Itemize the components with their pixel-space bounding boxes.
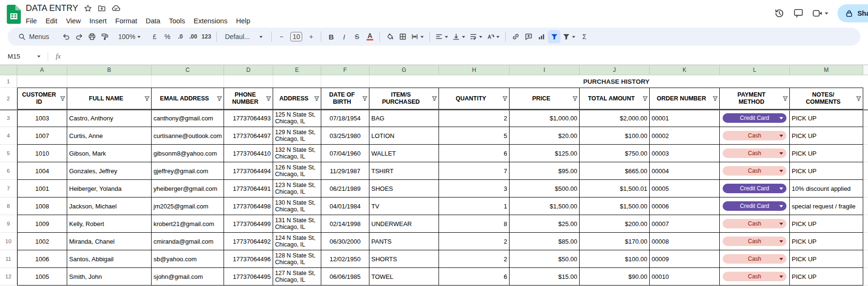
font-size-decrease-button[interactable]: −: [275, 30, 288, 43]
menu-insert[interactable]: Insert: [85, 15, 111, 27]
select-all-corner[interactable]: [0, 65, 17, 75]
menu-edit[interactable]: Edit: [41, 15, 61, 27]
filter-funnel-icon[interactable]: [216, 96, 223, 102]
payment-method-dropdown[interactable]: Cash: [723, 272, 786, 281]
insert-comment-button[interactable]: [522, 30, 535, 43]
column-header-D[interactable]: D: [224, 65, 273, 75]
row-header-10[interactable]: 10: [0, 233, 17, 250]
font-family-button[interactable]: Defaul...: [222, 30, 266, 43]
filter-funnel-icon[interactable]: [362, 96, 368, 102]
cell-L4[interactable]: Cash: [720, 127, 790, 145]
column-header-A[interactable]: A: [17, 65, 67, 75]
cell-D8[interactable]: 17737064498: [224, 197, 273, 215]
cell-D4[interactable]: 17737064497: [224, 127, 273, 145]
cell-L7[interactable]: Credit Card: [720, 180, 790, 197]
cell-K11[interactable]: 00009: [650, 250, 720, 268]
header-payment-method[interactable]: PAYMENT METHOD: [720, 88, 790, 109]
cell-H5[interactable]: 6: [439, 145, 510, 162]
cell-D11[interactable]: 17737064496: [224, 250, 273, 268]
cell-C9[interactable]: krobert21@gmail.com: [152, 215, 224, 233]
cell-J4[interactable]: $100.00: [580, 127, 650, 145]
payment-method-dropdown[interactable]: Credit Card: [723, 113, 786, 123]
cell-A11[interactable]: 1006: [17, 250, 67, 268]
version-history-icon[interactable]: [774, 8, 785, 19]
cell-J11[interactable]: $100.00: [580, 250, 650, 268]
cell-F11[interactable]: 12/02/1950: [321, 250, 369, 268]
payment-method-dropdown[interactable]: Credit Card: [723, 184, 786, 193]
filter-funnel-icon[interactable]: [502, 96, 508, 102]
share-button[interactable]: Share: [837, 4, 868, 22]
cell-L6[interactable]: Cash: [720, 162, 790, 180]
cell-M11[interactable]: PICK UP: [790, 250, 863, 268]
cell-J12[interactable]: $90.00: [580, 268, 650, 286]
cell-J6[interactable]: $665.00: [580, 162, 650, 180]
header-notes-comments[interactable]: NOTES/ COMMENTS: [790, 88, 863, 109]
cell-L5[interactable]: Cash: [720, 145, 790, 162]
cell-E9[interactable]: 131 N State St,Chicago, IL: [273, 215, 321, 233]
cell-C6[interactable]: gjeffrey@gmail.com: [152, 162, 224, 180]
column-header-I[interactable]: I: [510, 65, 580, 75]
cell-G8[interactable]: TV: [369, 197, 439, 215]
row-header-1[interactable]: 1: [0, 75, 17, 88]
filter-funnel-icon[interactable]: [572, 96, 578, 102]
column-header-F[interactable]: F: [321, 65, 369, 75]
filter-funnel-icon[interactable]: [856, 96, 862, 102]
cell-C3[interactable]: canthony@gmail.com: [152, 109, 224, 127]
sheets-logo-icon[interactable]: [7, 5, 21, 24]
payment-method-dropdown[interactable]: Cash: [723, 254, 786, 264]
cell-G7[interactable]: SHOES: [369, 180, 439, 197]
italic-button[interactable]: I: [337, 30, 350, 43]
cell-H10[interactable]: 2: [439, 233, 510, 250]
cell-E12[interactable]: 127 N State St,Chicago, IL: [273, 268, 321, 286]
cell-K5[interactable]: 00003: [650, 145, 720, 162]
cell-H6[interactable]: 7: [439, 162, 510, 180]
cell-M10[interactable]: PICK UP: [790, 233, 863, 250]
cell-E5[interactable]: 132 N State St,Chicago, IL: [273, 145, 321, 162]
cell-D6[interactable]: 17737064494: [224, 162, 273, 180]
cell-F6[interactable]: 11/29/1987: [321, 162, 369, 180]
menus-button[interactable]: Menus: [12, 30, 55, 43]
row-header-4[interactable]: 4: [0, 127, 17, 145]
cell-G6[interactable]: TSHIRT: [369, 162, 439, 180]
cell-C5[interactable]: gibsonm8@yahoo.com: [152, 145, 224, 162]
decrease-decimal-button[interactable]: .0: [174, 30, 187, 43]
cloud-status-icon[interactable]: [112, 4, 120, 12]
cell-K12[interactable]: 00010: [650, 268, 720, 286]
header-items-purchased[interactable]: ITEM/S PURCHASED: [369, 88, 439, 109]
cell-A5[interactable]: 1010: [17, 145, 67, 162]
row-header-8[interactable]: 8: [0, 197, 17, 215]
header-phone-number[interactable]: PHONE NUMBER: [224, 88, 273, 109]
cell-M5[interactable]: PICK UP: [790, 145, 863, 162]
more-formats-button[interactable]: 123: [200, 30, 213, 43]
row-header-3[interactable]: 3: [0, 109, 17, 127]
bold-button[interactable]: B: [325, 30, 337, 43]
cell-E3[interactable]: 125 N State St,Chicago, IL: [273, 109, 321, 127]
cell-H7[interactable]: 3: [439, 180, 510, 197]
cell-A7[interactable]: 1001: [17, 180, 67, 197]
paint-format-button[interactable]: [98, 30, 111, 43]
vertical-align-button[interactable]: [450, 30, 468, 43]
payment-method-dropdown[interactable]: Cash: [723, 237, 786, 246]
filter-funnel-icon[interactable]: [314, 96, 320, 102]
header-total-amount[interactable]: TOTAL AMOUNT: [580, 88, 650, 109]
row-header-7[interactable]: 7: [0, 180, 17, 197]
cell-G11[interactable]: SHORTS: [369, 250, 439, 268]
menu-help[interactable]: Help: [232, 15, 255, 27]
comment-history-icon[interactable]: [793, 8, 804, 19]
insert-link-button[interactable]: [509, 30, 522, 43]
cell-A1[interactable]: [17, 75, 67, 88]
cell-B7[interactable]: Heiberger, Yolanda: [67, 180, 152, 197]
cell-F5[interactable]: 07/04/1960: [321, 145, 369, 162]
merge-cells-button[interactable]: [409, 30, 426, 43]
menu-file[interactable]: File: [21, 15, 41, 27]
cell-C7[interactable]: yheiberger@gmail.com: [152, 180, 224, 197]
cell-B1[interactable]: [67, 75, 152, 88]
cell-A3[interactable]: 1003: [17, 109, 67, 127]
cell-H8[interactable]: 1: [439, 197, 510, 215]
cell-I4[interactable]: $20.00: [510, 127, 580, 145]
cell-F4[interactable]: 03/25/1980: [321, 127, 369, 145]
increase-decimal-button[interactable]: .00: [187, 30, 200, 43]
cell-L11[interactable]: Cash: [720, 250, 790, 268]
column-header-L[interactable]: L: [720, 65, 790, 75]
cell-C1[interactable]: [152, 75, 224, 88]
